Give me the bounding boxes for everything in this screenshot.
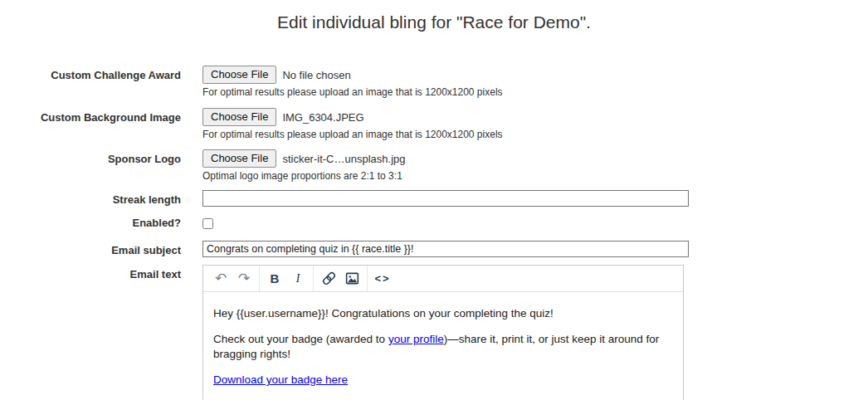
challenge-award-choose-file-button[interactable]: Choose File xyxy=(202,66,276,84)
bold-icon[interactable]: B xyxy=(263,266,286,291)
sponsor-logo-help-text: Optimal logo image proportions are 2:1 t… xyxy=(202,170,689,182)
streak-length-input[interactable] xyxy=(202,190,689,207)
page-title: Edit individual bling for "Race for Demo… xyxy=(0,12,868,32)
email-paragraph-badge: Check out your badge (awarded to your pr… xyxy=(213,332,673,362)
challenge-award-file-name: No file chosen xyxy=(282,69,350,81)
download-badge-link[interactable]: Download your badge here xyxy=(213,373,348,386)
custom-background-image-label: Custom Background Image xyxy=(0,108,181,124)
code-icon[interactable]: <> xyxy=(371,266,394,291)
form-row-email-text: Email text ↶ ↷ B I xyxy=(0,265,868,400)
form-row-email-subject: Email subject xyxy=(0,241,868,257)
sponsor-logo-choose-file-button[interactable]: Choose File xyxy=(202,149,276,168)
background-image-choose-file-button[interactable]: Choose File xyxy=(202,108,276,126)
challenge-award-help-text: For optimal results please upload an ima… xyxy=(202,86,689,98)
your-profile-link[interactable]: your profile xyxy=(388,333,444,345)
badge-text-before: Check out your badge (awarded to xyxy=(213,333,388,345)
background-image-file-name: IMG_6304.JPEG xyxy=(282,111,363,124)
image-icon[interactable] xyxy=(340,266,363,291)
background-image-help-text: For optimal results please upload an ima… xyxy=(202,129,689,140)
link-icon[interactable] xyxy=(317,266,340,291)
form-row-streak-length: Streak length xyxy=(0,190,868,207)
email-paragraph-greeting: Hey {{user.username}}! Congratulations o… xyxy=(213,306,673,321)
email-text-content[interactable]: Hey {{user.username}}! Congratulations o… xyxy=(203,292,683,400)
toolbar-group-history: ↶ ↷ xyxy=(206,266,259,291)
custom-challenge-award-label: Custom Challenge Award xyxy=(0,66,181,82)
streak-length-label: Streak length xyxy=(0,190,181,207)
enabled-checkbox[interactable] xyxy=(202,218,213,229)
sponsor-logo-label: Sponsor Logo xyxy=(0,149,181,166)
bling-form: Custom Challenge Award Choose File No fi… xyxy=(0,66,868,400)
email-paragraph-download: Download your badge here xyxy=(213,373,673,388)
toolbar-group-format: B I xyxy=(259,266,313,291)
toolbar-group-insert xyxy=(313,266,367,291)
email-text-editor: ↶ ↷ B I xyxy=(202,265,684,400)
sponsor-logo-file-name: sticker-it-C…unsplash.jpg xyxy=(282,153,405,165)
undo-icon[interactable]: ↶ xyxy=(209,266,232,291)
form-row-custom-challenge-award: Custom Challenge Award Choose File No fi… xyxy=(0,66,868,98)
email-subject-label: Email subject xyxy=(0,241,181,257)
enabled-label: Enabled? xyxy=(0,217,181,230)
italic-icon[interactable]: I xyxy=(286,266,310,291)
toolbar-group-code: <> xyxy=(367,266,397,291)
email-subject-input[interactable] xyxy=(202,241,689,257)
editor-toolbar: ↶ ↷ B I xyxy=(203,266,683,292)
form-row-custom-background-image: Custom Background Image Choose File IMG_… xyxy=(0,108,868,140)
form-row-enabled: Enabled? xyxy=(0,217,868,232)
redo-icon[interactable]: ↷ xyxy=(232,266,256,291)
form-row-sponsor-logo: Sponsor Logo Choose File sticker-it-C…un… xyxy=(0,149,868,182)
email-text-label: Email text xyxy=(0,265,181,281)
